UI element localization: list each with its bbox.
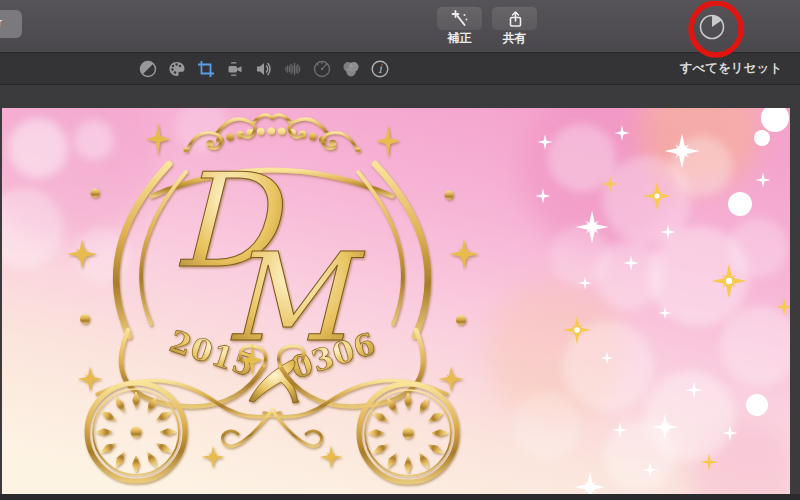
app-window: r 補正 xyxy=(0,0,800,500)
color-balance-icon[interactable] xyxy=(138,59,158,79)
viewer-bottom-strip xyxy=(0,494,800,500)
reset-all-button[interactable]: すべてをリセット xyxy=(674,59,788,78)
equalizer-bars-icon[interactable] xyxy=(283,59,303,79)
enhance-button[interactable] xyxy=(437,7,482,30)
speedometer-icon[interactable] xyxy=(312,59,332,79)
camera-stabilization-icon[interactable] xyxy=(225,59,245,79)
color-palette-icon[interactable] xyxy=(167,59,187,79)
viewer-area: D M 2015 0306 xyxy=(0,85,800,500)
crop-icon[interactable] xyxy=(196,59,216,79)
adjustments-toolbar: i すべてをリセット xyxy=(0,53,800,85)
pie-progress-icon[interactable] xyxy=(699,14,725,40)
share-icon xyxy=(506,10,524,28)
pie-progress-wrap xyxy=(699,14,725,40)
magic-wand-icon xyxy=(451,10,469,28)
svg-text:i: i xyxy=(378,62,383,76)
partial-button-label: r xyxy=(0,16,2,30)
volume-icon[interactable] xyxy=(254,59,274,79)
partial-button[interactable]: r xyxy=(0,10,22,38)
enhance-label: 補正 xyxy=(448,32,472,45)
overlapping-circles-icon[interactable] xyxy=(341,59,361,79)
carriage-wheel-left xyxy=(87,383,185,481)
share-button-wrap: 共有 xyxy=(492,7,537,45)
photo-canvas[interactable]: D M 2015 0306 xyxy=(2,108,790,494)
carriage-wheel-right xyxy=(359,384,457,482)
share-button[interactable] xyxy=(492,7,537,30)
info-icon[interactable]: i xyxy=(370,59,390,79)
enhance-share-group: 補正 共有 xyxy=(437,7,537,45)
adjust-icon-row: i xyxy=(138,59,390,79)
enhance-button-wrap: 補正 xyxy=(437,7,482,45)
top-toolbar: r 補正 xyxy=(0,0,800,53)
wedding-monogram-photo: D M 2015 0306 xyxy=(2,108,790,494)
share-label: 共有 xyxy=(503,32,527,45)
